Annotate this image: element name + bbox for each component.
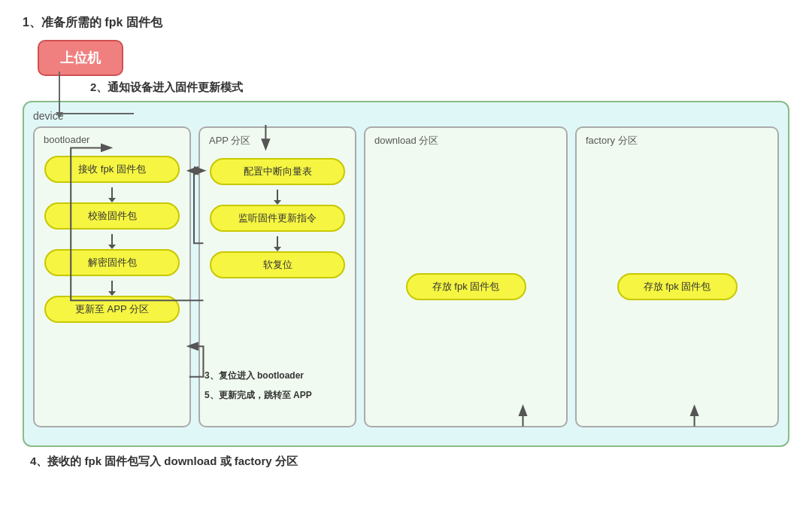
- factory-item: 存放 fpk 固件包: [617, 273, 738, 300]
- section-download: download 分区 存放 fpk 固件包: [364, 126, 568, 427]
- step5-label: 5、更新完成，跳转至 APP: [205, 389, 312, 402]
- sections-row: bootloader 接收 fpk 固件包 校验固件包 解密固件包 更新至 AP…: [33, 126, 779, 427]
- arrow-1: [111, 234, 113, 245]
- arrow-3: [277, 190, 278, 200]
- step3-label: 3、复位进入 bootloader: [205, 369, 304, 382]
- download-title: download 分区: [371, 134, 438, 147]
- app-title: APP 分区: [206, 134, 250, 147]
- app-item-1: 监听固件更新指令: [210, 205, 345, 232]
- app-item-0: 配置中断向量表: [210, 158, 345, 185]
- app-item-2: 软复位: [210, 251, 345, 278]
- section-factory: factory 分区 存放 fpk 固件包: [575, 126, 779, 427]
- step1-label: 1、准备所需的 fpk 固件包: [23, 15, 789, 31]
- bootloader-item-1: 校验固件包: [44, 202, 180, 230]
- section-app: APP 分区 配置中断向量表 监听固件更新指令 软复位 3、复位进入 bootl…: [198, 126, 356, 427]
- step2-label: 2、通知设备进入固件更新模式: [90, 81, 789, 95]
- main-container: 1、准备所需的 fpk 固件包 上位机 2、通知设备进入固件更新模式 devic…: [0, 0, 812, 526]
- bootloader-title: bootloader: [41, 134, 89, 145]
- step4-label: 4、接收的 fpk 固件包写入 download 或 factory 分区: [30, 455, 789, 469]
- section-bootloader: bootloader 接收 fpk 固件包 校验固件包 解密固件包 更新至 AP…: [33, 126, 191, 427]
- host-horizontal-line: [59, 113, 134, 114]
- bootloader-item-0: 接收 fpk 固件包: [44, 156, 180, 183]
- device-label: device: [33, 110, 779, 122]
- factory-title: factory 分区: [583, 134, 638, 147]
- bootloader-item-3: 更新至 APP 分区: [44, 296, 180, 323]
- bootloader-item-2: 解密固件包: [44, 249, 180, 276]
- host-down-line: [59, 71, 60, 113]
- arrow-2: [111, 281, 113, 291]
- factory-content: 存放 fpk 固件包: [617, 154, 738, 420]
- host-box: 上位机: [38, 40, 123, 76]
- arrow-4: [277, 236, 278, 247]
- arrow-0: [111, 187, 113, 198]
- download-item: 存放 fpk 固件包: [406, 273, 526, 300]
- device-container: device bootloader 接收 fpk 固件包 校验固件包 解密固件包…: [23, 101, 789, 447]
- download-content: 存放 fpk 固件包: [406, 154, 526, 420]
